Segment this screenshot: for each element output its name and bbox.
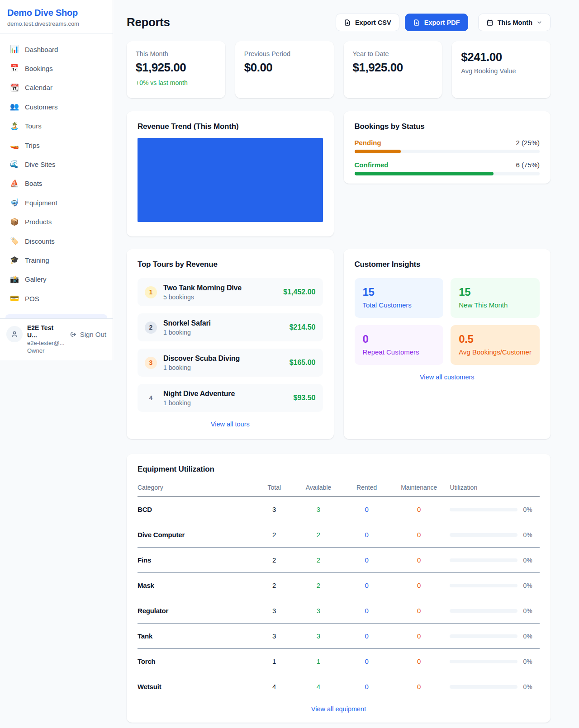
tour-row[interactable]: 2 Snorkel Safari1 booking $214.50: [138, 313, 323, 341]
tour-name: Snorkel Safari: [163, 319, 283, 327]
sidebar-item-label: Dive Sites: [25, 160, 56, 169]
cell-rented: 0: [342, 674, 391, 697]
sidebar-item-customers[interactable]: 👥Customers: [5, 97, 107, 116]
sign-out-label: Sign Out: [80, 331, 106, 338]
top-tours-list: 1 Two Tank Morning Dive5 bookings $1,452…: [138, 278, 323, 412]
sidebar-item-tours[interactable]: 🏝️Tours: [5, 117, 107, 136]
stat-label: Previous Period: [244, 50, 325, 57]
cell-total: 3: [254, 497, 294, 522]
utilization-track: [450, 584, 517, 587]
sidebar-item-gallery[interactable]: 📸Gallery: [5, 270, 107, 289]
sidebar-item-calendar[interactable]: 📆Calendar: [5, 78, 107, 97]
utilization-percent: 0%: [523, 582, 532, 589]
brand-block: Demo Dive Shop demo.test.divestreams.com: [0, 0, 113, 33]
cell-rented: 0: [342, 497, 391, 522]
cell-rented: 0: [342, 548, 391, 573]
sidebar-item-trips[interactable]: 🚤Trips: [5, 136, 107, 155]
export-pdf-button[interactable]: Export PDF: [405, 14, 468, 31]
avatar: [6, 326, 23, 342]
utilization-cell: 0%: [450, 557, 540, 564]
sidebar-item-bookings[interactable]: 📅Bookings: [5, 59, 107, 78]
sidebar-item-pos[interactable]: 💳POS: [5, 289, 107, 308]
sidebar-item-label: Gallery: [25, 274, 47, 284]
stat-value: $241.00: [461, 50, 541, 64]
col-maintenance: Maintenance: [391, 479, 447, 497]
utilization-cell: 0%: [450, 607, 540, 615]
stat-card-this-month: This Month $1,925.00 +0% vs last month: [127, 41, 225, 98]
cell-total: 2: [254, 573, 294, 598]
sidebar-item-products[interactable]: 📦Products: [5, 213, 107, 232]
customer-insights-card: Customer Insights 15 Total Customers 15 …: [344, 249, 551, 439]
tour-revenue: $214.50: [290, 323, 316, 331]
file-download-icon: [413, 19, 420, 26]
sidebar-item-boats[interactable]: ⛵Boats: [5, 174, 107, 193]
camera-icon: 📸: [10, 274, 19, 284]
revenue-trend-chart: [138, 138, 323, 222]
tile-label: New This Month: [459, 301, 532, 309]
tile-label: Total Customers: [363, 301, 436, 309]
progress-track: [355, 150, 540, 153]
sign-out-button[interactable]: Sign Out: [69, 331, 106, 338]
sidebar-item-dive-sites[interactable]: 🌊Dive Sites: [5, 155, 107, 174]
tour-revenue: $1,452.00: [283, 288, 315, 296]
tour-bookings: 1 booking: [163, 364, 283, 371]
sidebar-item-label: Trips: [25, 141, 40, 150]
status-row-pending: Pending 2 (25%): [355, 139, 540, 153]
equipment-utilization-title: Equipment Utilization: [138, 465, 540, 474]
sidebar-item-equipment[interactable]: 🤿Equipment: [5, 193, 107, 212]
view-all-customers-link[interactable]: View all customers: [355, 373, 540, 381]
tile-value: 0.5: [459, 333, 532, 345]
tag-icon: 🏷️: [10, 236, 19, 246]
customer-insights-title: Customer Insights: [355, 260, 540, 269]
cell-rented: 0: [342, 624, 391, 649]
bookings-by-status-card: Bookings by Status Pending 2 (25%) Confi…: [344, 111, 551, 184]
tile-label: Avg Bookings/Customer: [459, 348, 532, 356]
sidebar-item-discounts[interactable]: 🏷️Discounts: [5, 232, 107, 251]
utilization-cell: 0%: [450, 506, 540, 513]
sidebar-item-label: Products: [25, 217, 52, 227]
cell-category: Dive Computer: [138, 522, 254, 548]
sidebar-item-label: POS: [25, 294, 39, 303]
table-row: BCD 3 3 0 0 0%: [138, 497, 540, 522]
sidebar-item-reports-partial[interactable]: [5, 314, 107, 318]
cell-available: 3: [294, 598, 343, 624]
stat-card-avg-booking-value: $241.00 Avg Booking Value: [452, 41, 551, 98]
utilization-percent: 0%: [523, 531, 532, 539]
sidebar-item-dashboard[interactable]: 📊Dashboard: [5, 40, 107, 59]
page-title: Reports: [127, 15, 170, 29]
utilization-percent: 0%: [523, 658, 532, 665]
sidebar-item-label: Customers: [25, 102, 58, 112]
cell-available: 2: [294, 573, 343, 598]
tour-row[interactable]: 1 Two Tank Morning Dive5 bookings $1,452…: [138, 278, 323, 306]
cell-total: 2: [254, 522, 294, 548]
credit-card-icon: 💳: [10, 293, 19, 303]
utilization-track: [450, 558, 517, 562]
tile-total-customers: 15 Total Customers: [355, 278, 444, 318]
export-csv-label: Export CSV: [355, 19, 391, 26]
tour-row[interactable]: 3 Discover Scuba Diving1 booking $165.00: [138, 349, 323, 377]
cell-available: 1: [294, 649, 343, 674]
utilization-track: [450, 609, 517, 613]
view-all-equipment-link[interactable]: View all equipment: [138, 705, 540, 713]
shop-subdomain: demo.test.divestreams.com: [7, 20, 105, 27]
stat-delta: +0% vs last month: [136, 79, 216, 86]
view-all-tours-link[interactable]: View all tours: [138, 421, 323, 428]
period-dropdown[interactable]: This Month: [478, 14, 551, 31]
cell-rented: 0: [342, 573, 391, 598]
col-category: Category: [138, 479, 254, 497]
stat-label: Avg Booking Value: [461, 67, 541, 75]
tile-repeat-customers: 0 Repeat Customers: [355, 325, 444, 365]
progress-track: [355, 172, 540, 175]
user-email: e2e-tester@...: [27, 340, 65, 346]
utilization-track: [450, 685, 517, 689]
sidebar-item-training[interactable]: 🎓Training: [5, 251, 107, 269]
utilization-track: [450, 634, 517, 638]
tour-name: Discover Scuba Diving: [163, 355, 283, 363]
cell-maintenance: 0: [391, 674, 447, 697]
export-csv-button[interactable]: Export CSV: [336, 14, 399, 31]
equipment-utilization-card: Equipment Utilization Category Total Ava…: [127, 454, 551, 723]
cell-rented: 0: [342, 522, 391, 548]
table-row: Regulator 3 3 0 0 0%: [138, 598, 540, 624]
cell-available: 3: [294, 497, 343, 522]
tour-row[interactable]: 4 Night Dive Adventure1 booking $93.50: [138, 384, 323, 412]
